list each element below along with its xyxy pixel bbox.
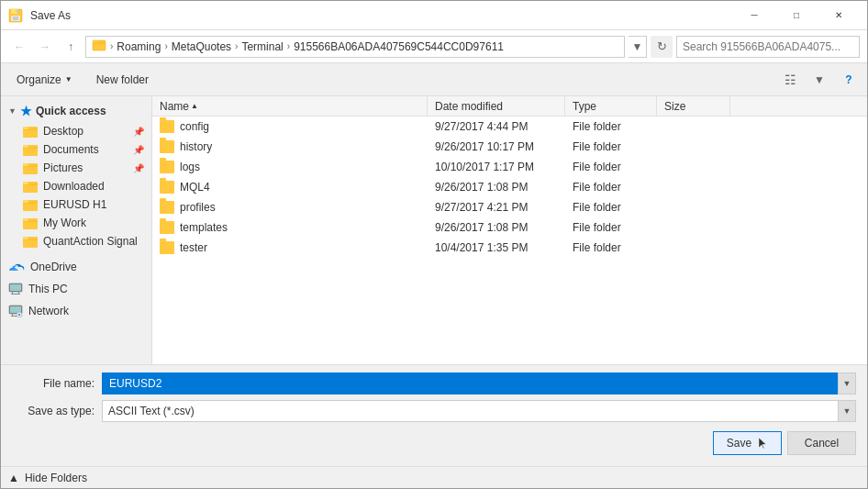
bottom-section: File name: ▼ Save as type: ASCII Text (*… — [1, 364, 867, 466]
action-buttons: Save Cancel — [12, 428, 856, 459]
cancel-button[interactable]: Cancel — [787, 431, 856, 455]
this-pc-icon — [8, 283, 23, 295]
save-cursor-icon — [757, 436, 768, 450]
file-size-cell — [657, 157, 730, 176]
column-header-size[interactable]: Size — [657, 96, 730, 116]
path-roaming[interactable]: Roaming — [117, 40, 161, 53]
file-date-cell: 9/26/2017 10:17 PM — [428, 137, 565, 156]
organize-button[interactable]: Organize ▼ — [8, 68, 81, 92]
view-options-button[interactable]: ☷ — [779, 69, 801, 91]
folder-icon — [160, 140, 174, 153]
column-header-date[interactable]: Date modified — [428, 96, 565, 116]
sidebar-desktop-label: Desktop — [43, 125, 83, 138]
title-bar: Save As ─ □ ✕ — [1, 1, 867, 30]
table-row[interactable]: MQL4 9/26/2017 1:08 PM File folder — [152, 177, 867, 197]
sidebar-item-eurusd-h1[interactable]: EURUSD H1 — [1, 195, 151, 214]
sidebar-item-pictures[interactable]: Pictures 📌 — [1, 159, 151, 177]
file-size-cell — [657, 137, 730, 156]
column-header-name[interactable]: Name ▲ — [152, 96, 428, 116]
close-button[interactable]: ✕ — [818, 1, 860, 30]
address-dropdown-button[interactable]: ▼ — [629, 36, 647, 58]
file-list: Name ▲ Date modified Type Size config — [152, 96, 867, 364]
column-header-type[interactable]: Type — [565, 96, 657, 116]
organize-label: Organize — [17, 73, 61, 86]
filename-dropdown-icon[interactable]: ▼ — [838, 372, 856, 395]
sidebar-item-quantaction[interactable]: QuantAction Signal — [1, 232, 151, 250]
file-date-cell: 9/26/2017 1:08 PM — [428, 217, 565, 237]
file-type-cell: File folder — [565, 117, 657, 136]
file-type-cell: File folder — [565, 137, 657, 156]
sidebar-item-network[interactable]: Network — [1, 302, 151, 320]
network-icon — [8, 305, 23, 317]
folder-icon — [160, 221, 174, 234]
title-controls: ─ □ ✕ — [733, 1, 860, 30]
title-bar-left: Save As — [8, 8, 71, 23]
address-path[interactable]: › Roaming › MetaQuotes › Terminal › 9155… — [85, 36, 625, 58]
svg-rect-4 — [13, 17, 18, 20]
back-button[interactable]: ← — [8, 36, 30, 58]
sidebar-downloaded-label: Downloaded — [43, 180, 105, 193]
path-arrow-1: › — [110, 41, 113, 51]
sidebar-work-label: My Work — [43, 217, 86, 229]
address-bar: ← → ↑ › Roaming › MetaQuotes › Terminal … — [1, 30, 867, 63]
refresh-button[interactable]: ↻ — [651, 36, 673, 58]
pictures-folder-icon — [23, 161, 38, 174]
quantaction-folder-icon — [23, 235, 38, 248]
up-button[interactable]: ↑ — [60, 36, 82, 58]
filename-row: File name: ▼ — [12, 372, 856, 395]
file-size-cell — [657, 197, 730, 217]
maximize-button[interactable]: □ — [775, 1, 818, 30]
table-row[interactable]: tester 10/4/2017 1:35 PM File folder — [152, 238, 867, 258]
table-row[interactable]: logs 10/10/2017 1:17 PM File folder — [152, 157, 867, 177]
eurusd-folder-icon — [23, 198, 38, 211]
path-terminal[interactable]: Terminal — [241, 40, 283, 53]
save-dialog-icon — [8, 8, 23, 23]
quick-access-star-icon: ★ — [20, 104, 32, 118]
new-folder-label: New folder — [96, 73, 149, 86]
sort-indicator: ▲ — [191, 102, 198, 110]
sidebar-item-my-work[interactable]: My Work — [1, 214, 151, 232]
sidebar-section-quick-access[interactable]: ▼ ★ Quick access — [1, 100, 151, 122]
table-row[interactable]: profiles 9/27/2017 4:21 PM File folder — [152, 197, 867, 217]
minimize-button[interactable]: ─ — [733, 1, 775, 30]
svg-rect-6 — [93, 40, 97, 43]
file-date-cell: 10/4/2017 1:35 PM — [428, 238, 565, 257]
filetype-label: Save as type: — [12, 405, 95, 417]
view-dropdown-button[interactable]: ▼ — [808, 69, 830, 91]
search-input[interactable] — [676, 36, 860, 58]
save-button[interactable]: Save — [713, 431, 782, 455]
toolbar: Organize ▼ New folder ☷ ▼ ? — [1, 63, 867, 96]
filename-input[interactable] — [102, 372, 838, 395]
filetype-select[interactable]: ASCII Text (*.csv) — [102, 400, 856, 422]
desktop-pin-icon: 📌 — [133, 127, 144, 137]
table-row[interactable]: templates 9/26/2017 1:08 PM File folder — [152, 217, 867, 238]
path-metaquotes[interactable]: MetaQuotes — [172, 40, 231, 53]
sidebar-onedrive-label: OneDrive — [30, 261, 77, 273]
help-button[interactable]: ? — [838, 69, 860, 91]
sidebar-network-label: Network — [28, 305, 69, 317]
hide-folders-toggle[interactable]: ▲ Hide Folders — [8, 472, 87, 484]
svg-rect-20 — [23, 237, 28, 239]
file-date-cell: 9/27/2017 4:44 PM — [428, 117, 565, 136]
file-name-cell: history — [152, 137, 428, 156]
sidebar-item-onedrive[interactable]: OneDrive — [1, 258, 151, 276]
sidebar-item-desktop[interactable]: Desktop 📌 — [1, 122, 151, 140]
sidebar-eurusd-label: EURUSD H1 — [43, 198, 106, 211]
sidebar-item-this-pc[interactable]: This PC — [1, 280, 151, 298]
new-folder-button[interactable]: New folder — [88, 68, 157, 92]
file-date-cell: 9/27/2017 4:21 PM — [428, 197, 565, 217]
onedrive-icon — [8, 261, 25, 272]
svg-rect-23 — [11, 294, 20, 295]
path-arrow-3: › — [235, 41, 238, 51]
pictures-pin-icon: 📌 — [133, 163, 144, 173]
table-row[interactable]: config 9/27/2017 4:44 PM File folder — [152, 117, 867, 137]
filetype-row: Save as type: ASCII Text (*.csv) ▼ — [12, 400, 856, 422]
file-type-cell: File folder — [565, 238, 657, 257]
sidebar-item-downloaded[interactable]: Downloaded — [1, 177, 151, 195]
table-row[interactable]: history 9/26/2017 10:17 PM File folder — [152, 137, 867, 157]
file-date-cell: 10/10/2017 1:17 PM — [428, 157, 565, 176]
svg-rect-2 — [17, 9, 18, 13]
sidebar-item-documents[interactable]: Documents 📌 — [1, 140, 151, 159]
forward-button[interactable]: → — [34, 36, 56, 58]
path-guid[interactable]: 915566BA06ADA407569C544CC0D97611 — [294, 40, 504, 53]
